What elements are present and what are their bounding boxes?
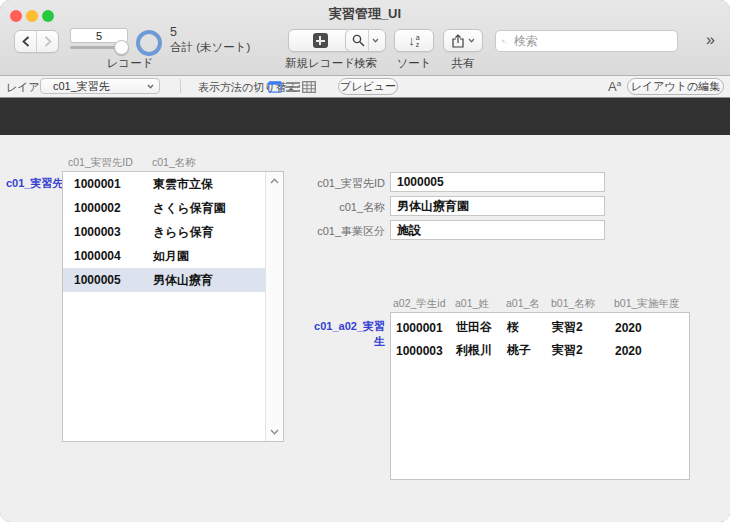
supplier-portal-rows: 1000001東雲市立保1000002さくら保育園1000003きらら保育100… [63,172,266,441]
supplier-row[interactable]: 1000003きらら保育 [63,220,266,244]
sort-button[interactable]: ↓ az [394,29,434,52]
share-button[interactable] [443,29,483,52]
chevron-down-icon [506,41,508,45]
supplier-portal-label: c01_実習先 [6,176,63,191]
search-icon [502,36,505,47]
student-col-header-year: b01_実施年度 [614,297,679,311]
supplier-name-cell: 男体山療育 [153,272,213,289]
last-name-cell: 利根川 [456,342,507,359]
found-set-pie-icon[interactable] [136,30,162,56]
chevron-down-icon [147,84,154,89]
first-name-cell: 桜 [507,319,552,336]
records-group-label: レコード [90,56,170,71]
detail-field-id[interactable]: 1000005 [390,172,605,192]
divider [180,79,181,93]
find-button[interactable] [345,29,386,52]
student-id-cell: 1000003 [396,344,456,358]
supplier-col-header-name: c01_名称 [152,156,196,170]
year-cell: 2020 [615,321,642,335]
supplier-id-cell: 1000004 [63,249,153,263]
chevron-right-icon [44,36,52,47]
table-view-icon[interactable] [302,81,316,93]
plus-icon [313,33,328,48]
student-col-header-lastname: a01_姓 [455,297,489,311]
total-sort-status: 合計 (未ソート) [170,40,250,55]
status-toolbar: 実習管理_UI 5 レコード 5 合計 (未ソート) 新規レコード [0,0,730,76]
chevron-down-icon [372,38,379,43]
last-name-cell: 世田谷 [456,319,507,336]
supplier-name-cell: きらら保育 [153,224,214,241]
toolbar-overflow-button[interactable]: » [706,31,713,49]
next-record-button[interactable] [37,33,58,51]
chevron-left-icon [22,36,30,47]
supplier-id-cell: 1000001 [63,177,153,191]
student-row[interactable]: 1000003利根川桃子実習22020 [391,339,689,362]
share-icon [452,34,464,48]
first-name-cell: 桃子 [507,342,552,359]
supplier-row[interactable]: 1000001東雲市立保 [63,172,266,196]
layout-popup-value: c01_実習先 [53,79,110,94]
portal-scrollbar[interactable] [265,172,283,441]
supplier-id-cell: 1000005 [63,273,153,287]
search-input[interactable] [512,33,671,49]
course-cell: 実習2 [552,342,615,359]
supplier-name-cell: 東雲市立保 [153,176,213,193]
course-cell: 実習2 [552,319,615,336]
preview-button[interactable]: プレビュー [338,78,398,95]
formatting-bar-button[interactable]: Aa [608,79,621,94]
scroll-up-icon[interactable] [270,178,279,184]
supplier-id-cell: 1000002 [63,201,153,215]
detail-label-name: c01_名称 [303,200,385,215]
window-title: 実習管理_UI [0,5,730,23]
student-col-header-id: a02_学生id [393,297,446,311]
detail-label-category: c01_事業区分 [303,224,385,239]
az-icon: az [416,34,420,48]
previous-record-button[interactable] [15,33,36,51]
student-col-header-course: b01_名称 [551,297,595,311]
supplier-name-cell: さくら保育園 [153,200,226,217]
year-cell: 2020 [615,344,642,358]
arrow-down-icon: ↓ [408,33,415,48]
new-record-button[interactable] [288,29,352,52]
record-slider-thumb[interactable] [114,40,129,55]
supplier-row[interactable]: 1000005男体山療育 [63,268,266,292]
app-window: 実習管理_UI 5 レコード 5 合計 (未ソート) 新規レコード [0,0,730,522]
search-icon [352,34,365,47]
supplier-id-cell: 1000003 [63,225,153,239]
layout-bar: レイアウト: c01_実習先 表示方法の切り替え: プレビュー Aa レイアウト… [0,76,730,98]
sort-label: ソート [389,56,439,71]
layout-header-band [0,98,730,135]
layout-body: c01_実習先 c01_実習先ID c01_名称 1000001東雲市立保100… [0,135,730,522]
student-row[interactable]: 1000001世田谷桜実習22020 [391,316,689,339]
form-view-icon[interactable] [268,81,282,93]
chevron-down-icon [468,38,475,43]
supplier-col-header-id: c01_実習先ID [68,156,133,170]
supplier-name-cell: 如月園 [153,248,189,265]
student-portal-label: c01_a02_実習生 [305,319,385,349]
student-id-cell: 1000001 [396,321,456,335]
edit-layout-button[interactable]: レイアウトの編集 [627,78,724,95]
supplier-portal: 1000001東雲市立保1000002さくら保育園1000003きらら保育100… [62,171,284,442]
student-portal: 1000001世田谷桜実習220201000003利根川桃子実習22020 [390,312,690,480]
scroll-down-icon[interactable] [270,429,279,435]
share-label: 共有 [443,56,483,71]
supplier-row[interactable]: 1000002さくら保育園 [63,196,266,220]
detail-label-id: c01_実習先ID [303,176,385,191]
detail-field-category[interactable]: 施設 [390,220,605,240]
quick-search-field[interactable] [495,30,678,52]
supplier-row[interactable]: 1000004如月園 [63,244,266,268]
student-col-header-firstname: a01_名 [506,297,540,311]
segment-divider [368,30,369,51]
find-label: 検索 [345,56,386,71]
total-count: 5 [170,25,177,39]
student-portal-rows: 1000001世田谷桜実習220201000003利根川桃子実習22020 [391,313,689,362]
record-nav-segment [14,30,59,53]
list-view-icon[interactable] [286,81,300,93]
detail-field-name[interactable]: 男体山療育園 [390,196,605,216]
layout-popup[interactable]: c01_実習先 [40,78,160,94]
